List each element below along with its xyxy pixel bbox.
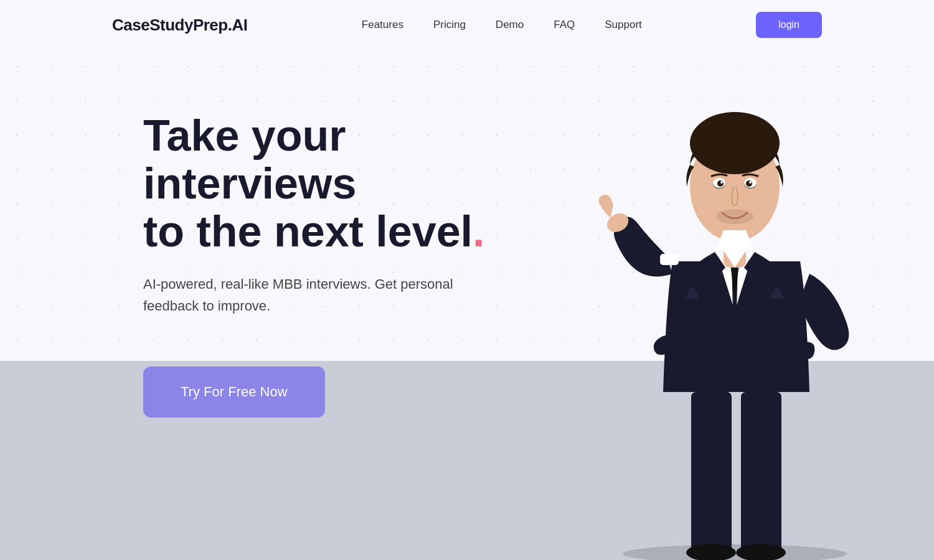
- hero-title: Take your interviews to the next level.: [143, 112, 517, 256]
- svg-rect-18: [660, 254, 679, 265]
- hero-subtitle: AI-powered, real-like MBB interviews. Ge…: [143, 273, 467, 317]
- nav-faq[interactable]: FAQ: [554, 19, 575, 31]
- login-button[interactable]: login: [756, 12, 822, 38]
- nav-support[interactable]: Support: [605, 19, 642, 31]
- nav-demo[interactable]: Demo: [496, 19, 524, 31]
- title-dot: .: [473, 207, 484, 256]
- svg-point-14: [746, 180, 752, 187]
- person-illustration: [585, 62, 884, 560]
- svg-point-13: [717, 180, 724, 187]
- hero-person-figure: [573, 50, 884, 560]
- svg-rect-1: [691, 392, 732, 554]
- nav-pricing[interactable]: Pricing: [433, 19, 466, 31]
- hero-content: Take your interviews to the next level. …: [143, 112, 517, 418]
- nav: Features Pricing Demo FAQ Support: [362, 19, 642, 31]
- svg-point-16: [749, 181, 752, 184]
- header: CaseStudyPrep.AI Features Pricing Demo F…: [0, 0, 934, 50]
- svg-point-17: [716, 209, 753, 224]
- svg-point-15: [720, 181, 723, 184]
- try-free-button[interactable]: Try For Free Now: [143, 366, 325, 418]
- svg-rect-2: [741, 392, 781, 554]
- hero-section: Take your interviews to the next level. …: [0, 50, 934, 560]
- logo: CaseStudyPrep.AI: [112, 16, 247, 35]
- nav-features[interactable]: Features: [362, 19, 403, 31]
